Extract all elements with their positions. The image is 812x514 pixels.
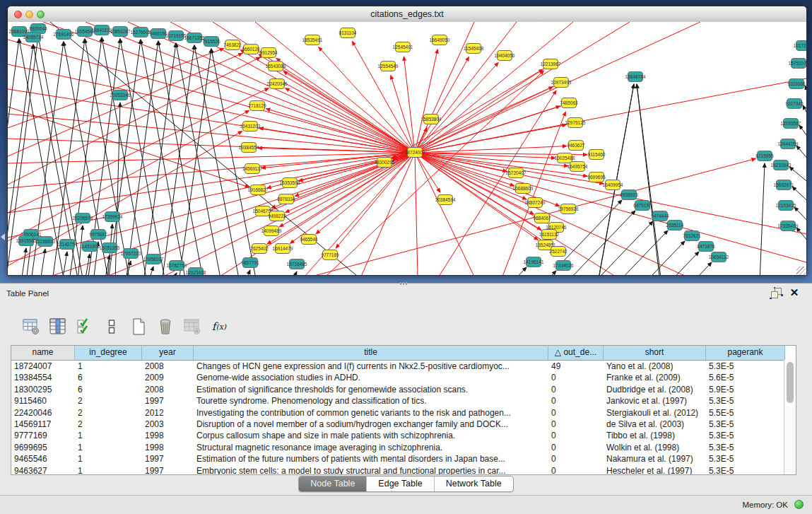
graph-node[interactable]: 11545408	[466, 43, 481, 54]
network-canvas[interactable]: 2068103089200441405572427691406120545421…	[8, 22, 806, 276]
graph-node[interactable]: 9329366	[789, 78, 804, 89]
graph-node[interactable]: 9498222	[269, 211, 285, 221]
graph-node[interactable]: 9474444	[652, 211, 668, 221]
graph-node[interactable]: 8471876	[698, 241, 714, 252]
table-scrollbar[interactable]	[784, 360, 796, 474]
graph-node[interactable]: 9465546	[301, 234, 317, 245]
clear-selection-icon[interactable]	[102, 317, 122, 337]
graph-node[interactable]: 12093587	[783, 118, 799, 129]
graph-node[interactable]: 7632621	[684, 230, 700, 241]
graph-node[interactable]: 10431203	[242, 121, 258, 132]
graph-node[interactable]: 12975125	[567, 117, 583, 128]
graph-node[interactable]: 11156893	[37, 236, 53, 247]
column-header-name[interactable]: name	[11, 346, 75, 360]
graph-node[interactable]: 20053346	[112, 90, 128, 100]
graph-node[interactable]: 16495754	[570, 161, 585, 172]
window-resize-grip[interactable]	[796, 267, 806, 276]
table-row[interactable]: 911546021997Tourette syndrome. Phenomeno…	[11, 395, 796, 407]
graph-node[interactable]: 9115460	[589, 149, 604, 160]
function-builder-icon[interactable]: f(x)	[209, 317, 229, 337]
table-row[interactable]: 1830029562008Estimation of significance …	[11, 384, 796, 395]
graph-node[interactable]: 79756928	[560, 204, 576, 214]
graph-node[interactable]: 2718129	[249, 100, 265, 111]
graph-node[interactable]: 7625402	[252, 243, 267, 254]
graph-node[interactable]: 9699695	[589, 172, 604, 182]
graph-node[interactable]: 15692971	[776, 180, 792, 190]
graph-node[interactable]: 2522742	[551, 246, 566, 257]
graph-node[interactable]: 18300295	[377, 157, 392, 168]
table-row[interactable]: 946362711997Embryonic stem cells: a mode…	[11, 465, 796, 475]
graph-node[interactable]: 16914479	[275, 243, 290, 254]
graph-node[interactable]: 16648784	[628, 71, 643, 82]
graph-node[interactable]: 7485063	[561, 98, 577, 108]
graph-node[interactable]: 9975887	[90, 229, 106, 240]
table-row[interactable]: 1938455462009Genome-wide association stu…	[11, 372, 796, 383]
table-settings-icon[interactable]	[21, 317, 41, 337]
graph-node[interactable]: 12554549	[380, 61, 396, 71]
scrollbar-thumb[interactable]	[787, 362, 794, 403]
graph-node[interactable]: 10172297	[796, 40, 806, 51]
graph-node[interactable]: 13915585	[18, 235, 34, 246]
graph-node[interactable]: 8660128	[243, 44, 259, 54]
graph-node[interactable]: 12213967	[543, 59, 558, 69]
graph-node[interactable]: 16409954	[605, 180, 620, 190]
graph-node[interactable]: 5912954	[261, 47, 276, 58]
graph-node[interactable]: 17359924	[105, 211, 120, 222]
graph-node[interactable]: 16649050	[432, 35, 447, 45]
graph-node[interactable]: 10853287	[112, 26, 128, 37]
graph-node[interactable]: 7815526	[204, 36, 219, 47]
graph-node[interactable]: 10719155	[168, 30, 184, 41]
graph-node[interactable]: 9884067	[534, 213, 550, 223]
memory-ok-indicator[interactable]	[794, 500, 804, 509]
graph-node[interactable]: 6479197	[635, 200, 650, 211]
tab-network-table[interactable]: Network Table	[435, 477, 513, 491]
graph-node[interactable]: 27691406	[56, 29, 71, 40]
graph-node[interactable]: 19384554	[241, 142, 257, 153]
graph-node[interactable]: 8215955	[757, 151, 772, 161]
column-header-out_de[interactable]: △ out_de...	[548, 346, 604, 360]
graph-node[interactable]: 8878334	[278, 194, 294, 204]
graph-node[interactable]: 11451903	[82, 241, 98, 252]
graph-node[interactable]: 9227343	[787, 98, 802, 109]
graph-node[interactable]: 10958107	[146, 254, 161, 264]
column-header-in_degree[interactable]: in_degree	[75, 346, 142, 360]
graph-node[interactable]: 9463627	[568, 140, 584, 151]
graph-node[interactable]: 19166827	[250, 185, 266, 195]
graph-node[interactable]: 14196141	[526, 257, 541, 267]
column-header-year[interactable]: year	[142, 346, 194, 360]
graph-node[interactable]: 14569117	[245, 163, 260, 174]
table-row[interactable]: 1872400712008Changes of HCN gene express…	[11, 361, 796, 372]
graph-node[interactable]: 10688609	[515, 183, 531, 194]
graph-node[interactable]: 16353594	[282, 177, 298, 188]
panel-collapse-arrow-icon[interactable]	[1, 233, 5, 240]
graph-node[interactable]: 16782759	[169, 260, 184, 271]
graph-node[interactable]: 17957223	[123, 248, 139, 259]
graph-node[interactable]: 16210643	[773, 160, 789, 170]
graph-node[interactable]: 14099489	[264, 226, 279, 236]
graph-node[interactable]: 8131104	[340, 28, 355, 38]
graph-node[interactable]: 16151132	[541, 229, 557, 240]
graph-node[interactable]: 16543088	[268, 61, 283, 71]
delete-table-icon[interactable]	[182, 317, 202, 337]
column-header-pagerank[interactable]: pagerank	[706, 346, 785, 360]
graph-node[interactable]: 17334026	[555, 260, 571, 271]
tab-node-table[interactable]: Node Table	[299, 477, 367, 491]
graph-node[interactable]: 10973493	[553, 77, 569, 88]
splitter-handle[interactable]	[400, 282, 407, 285]
graph-node[interactable]: 22420046	[269, 78, 285, 89]
graph-node[interactable]: 19404056	[497, 50, 512, 61]
graph-node[interactable]: 15853804	[423, 114, 439, 124]
column-header-short[interactable]: short	[604, 346, 706, 360]
graph-node[interactable]: 12545491	[395, 42, 411, 52]
graph-node[interactable]: 20206576	[75, 213, 90, 223]
select-rows-icon[interactable]	[75, 317, 95, 337]
graph-node[interactable]: 17335469	[780, 221, 796, 231]
new-table-icon[interactable]	[129, 317, 148, 337]
graph-node[interactable]: 18941819	[94, 25, 110, 35]
graph-node[interactable]: 16671355	[187, 33, 202, 43]
close-panel-icon[interactable]: ✕	[788, 288, 801, 299]
delete-rows-icon[interactable]	[155, 317, 175, 337]
column-header-title[interactable]: title	[194, 346, 548, 360]
graph-node[interactable]: 10654112	[711, 252, 726, 262]
graph-node[interactable]: 2935114	[667, 220, 683, 230]
